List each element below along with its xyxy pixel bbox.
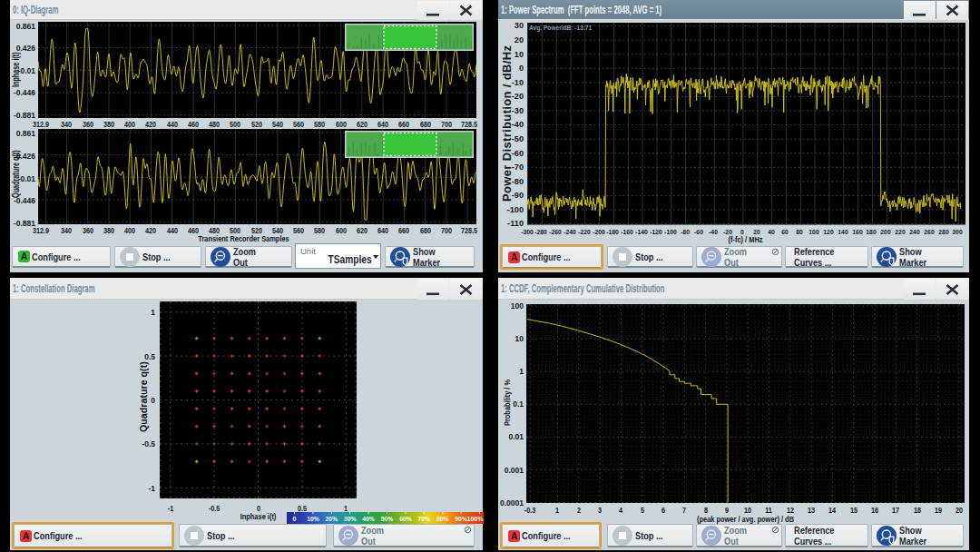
- svg-text:50%: 50%: [381, 515, 394, 523]
- svg-text:10%: 10%: [307, 515, 319, 523]
- svg-text:20%: 20%: [326, 515, 338, 523]
- svg-text:70%: 70%: [418, 515, 431, 523]
- svg-text:100%: 100%: [467, 515, 485, 523]
- svg-text:0: 0: [293, 515, 297, 523]
- svg-text:60%: 60%: [399, 515, 412, 523]
- svg-text:90%: 90%: [455, 515, 467, 523]
- svg-text:30%: 30%: [344, 515, 357, 523]
- svg-text:40%: 40%: [362, 515, 375, 523]
- svg-text:80%: 80%: [436, 515, 449, 523]
